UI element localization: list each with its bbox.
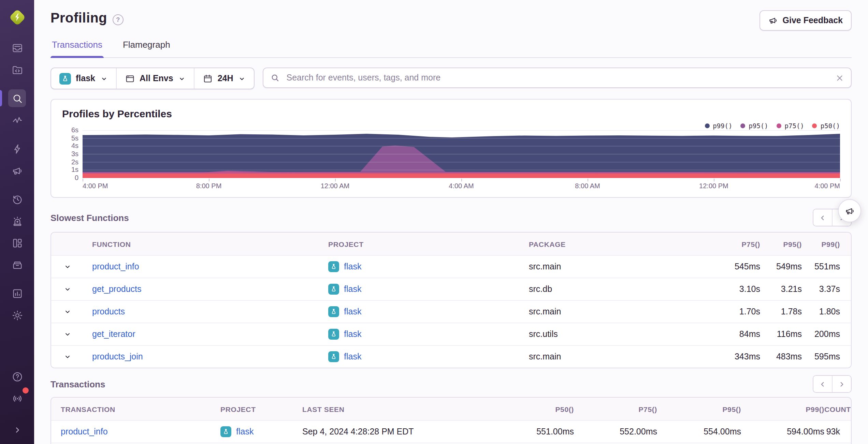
p50-value: 551.00ms	[492, 427, 574, 436]
sidebar-item-alerts[interactable]	[8, 212, 26, 230]
area-series	[83, 134, 840, 178]
function-row[interactable]: products_joinflasksrc.main343ms483ms595m…	[51, 345, 851, 368]
column-header-p99[interactable]: P99()	[802, 240, 851, 248]
chev-down-icon	[63, 263, 72, 271]
prev-page-button[interactable]	[813, 209, 832, 226]
project-filter[interactable]: flask	[51, 68, 116, 89]
sidebar-bottom	[0, 364, 34, 444]
sidebar-item-help[interactable]	[8, 368, 26, 385]
sidebar-nav	[0, 35, 34, 324]
chevron-right-icon	[838, 380, 845, 388]
environment-filter-label: All Envs	[140, 74, 173, 83]
chart-plot-area[interactable]	[83, 130, 840, 178]
p95-value: 3.21s	[760, 284, 802, 294]
function-link[interactable]: products_join	[92, 352, 143, 361]
p99-value: 594.00ms	[741, 427, 824, 436]
sidebar-item-whats-new[interactable]	[8, 389, 26, 407]
function-link[interactable]: get_products	[92, 284, 142, 294]
sidebar-item-traces[interactable]	[8, 111, 26, 129]
quick-start-icon	[11, 143, 23, 154]
sidebar-item-releases[interactable]	[8, 256, 26, 273]
function-link[interactable]: products	[92, 307, 125, 316]
sidebar-item-collapse[interactable]	[8, 421, 26, 439]
flask-icon	[330, 286, 337, 293]
flask-platform-icon	[328, 261, 339, 272]
legend-item[interactable]: p75()	[777, 122, 804, 130]
function-link[interactable]: get_iterator	[92, 329, 135, 339]
page-title: Profiling	[50, 10, 107, 26]
function-link[interactable]: product_info	[92, 262, 139, 271]
feedback-widget-button[interactable]	[838, 199, 861, 222]
dashboards-icon	[11, 237, 23, 249]
function-row[interactable]: get_iteratorflasksrc.utils84ms116ms200ms	[51, 323, 851, 345]
tab-transactions[interactable]: Transactions	[50, 40, 104, 57]
column-header-p75[interactable]: P75()	[574, 405, 657, 413]
date-range-filter[interactable]: 24H	[194, 68, 254, 89]
chev-down-icon	[63, 308, 72, 316]
function-row[interactable]: productsflasksrc.main1.70s1.78s1.80s	[51, 300, 851, 323]
sidebar-item-explore[interactable]	[8, 61, 26, 78]
tab-flamegraph[interactable]: Flamegraph	[121, 40, 172, 57]
column-header-count[interactable]: COUNT()↓	[824, 405, 851, 413]
p95-value: 116ms	[760, 329, 802, 339]
flask-icon	[330, 308, 337, 315]
sidebar-item-feedback[interactable]	[8, 162, 26, 179]
function-row[interactable]: product_infoflasksrc.main545ms549ms551ms	[51, 255, 851, 278]
column-header-transaction: TRANSACTION	[51, 405, 215, 413]
sidebar-item-settings[interactable]	[8, 306, 26, 324]
expand-row-button[interactable]	[51, 308, 84, 316]
next-page-button[interactable]	[832, 376, 851, 392]
expand-row-button[interactable]	[51, 285, 84, 293]
help-icon	[11, 371, 23, 382]
sidebar-item-search[interactable]	[8, 89, 26, 107]
project-link[interactable]: flask	[236, 427, 254, 436]
expand-row-button[interactable]	[51, 263, 84, 271]
chevron-left-icon	[819, 380, 826, 388]
transaction-row[interactable]: product_infoflaskSep 4, 2024 4:28:28 PM …	[51, 420, 851, 443]
settings-icon	[11, 309, 23, 321]
function-row[interactable]: get_productsflasksrc.db3.10s3.21s3.37s	[51, 278, 851, 300]
column-header-p75[interactable]: P75()	[699, 240, 760, 248]
transaction-link[interactable]: product_info	[61, 427, 108, 436]
megaphone-icon	[768, 16, 778, 25]
sidebar-item-quick-start[interactable]	[8, 140, 26, 158]
help-circle-icon[interactable]	[113, 14, 124, 25]
project-cell: flask	[320, 284, 521, 295]
project-link[interactable]: flask	[344, 262, 361, 271]
axis-tick	[209, 179, 209, 181]
legend-item[interactable]: p95()	[740, 122, 768, 130]
slowest-functions-header: Slowest Functions	[50, 209, 852, 226]
search-input[interactable]	[285, 72, 830, 83]
environment-filter[interactable]: All Envs	[116, 68, 194, 89]
p75-value: 343ms	[699, 352, 760, 361]
column-header-p95[interactable]: P95()	[657, 405, 741, 413]
sidebar-item-stats[interactable]	[8, 284, 26, 302]
percentiles-chart[interactable]: 6s5s4s3s2s1s04:00 PM8:00 PM12:00 AM4:00 …	[83, 130, 840, 192]
search-icon	[11, 92, 23, 104]
sidebar-item-dashboards[interactable]	[8, 234, 26, 252]
column-header-p50[interactable]: P50()	[492, 405, 574, 413]
org-logo[interactable]	[8, 8, 26, 27]
project-link[interactable]: flask	[344, 284, 361, 294]
legend-item[interactable]: p50()	[812, 122, 840, 130]
give-feedback-button[interactable]: Give Feedback	[760, 10, 852, 31]
project-link[interactable]: flask	[344, 307, 361, 316]
clear-search-icon[interactable]	[835, 73, 844, 82]
stats-icon	[11, 287, 23, 299]
column-header-p99[interactable]: P99()	[741, 405, 824, 413]
column-header-p95[interactable]: P95()	[760, 240, 802, 248]
column-header-last-seen: LAST SEEN	[294, 405, 492, 413]
project-link[interactable]: flask	[344, 352, 361, 361]
expand-row-button[interactable]	[51, 330, 84, 338]
project-link[interactable]: flask	[344, 329, 361, 339]
sidebar-item-replays[interactable]	[8, 190, 26, 208]
legend-item[interactable]: p99()	[705, 122, 732, 130]
chev-down-icon	[63, 330, 72, 338]
flask-icon	[330, 353, 337, 360]
sidebar-item-issues[interactable]	[8, 39, 26, 57]
expand-row-button[interactable]	[51, 353, 84, 361]
column-header-project: PROJECT	[320, 240, 521, 248]
area-series	[83, 174, 840, 178]
transaction-row[interactable]: products_joinflaskSep 4, 2024 4:30:20 PM…	[51, 443, 851, 444]
prev-page-button[interactable]	[813, 376, 832, 392]
